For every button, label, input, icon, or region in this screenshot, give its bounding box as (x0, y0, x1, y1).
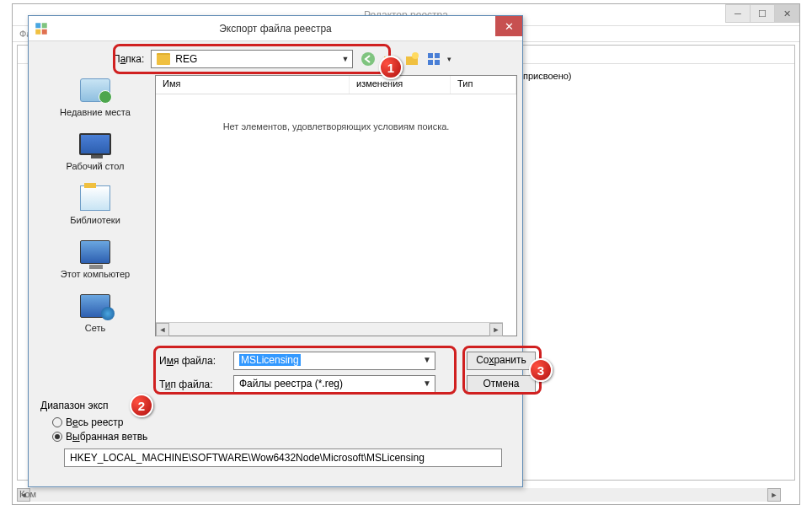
radio-icon (52, 417, 62, 427)
save-button[interactable]: Сохранить (467, 352, 536, 370)
filename-value: MSLicensing (239, 354, 301, 366)
folder-row: Папка: REG ▼ ▾ (113, 50, 451, 68)
svg-point-4 (361, 52, 375, 66)
bg-hscrollbar[interactable]: ◄ ► (17, 488, 781, 502)
svg-rect-11 (435, 60, 440, 65)
bg-close-button[interactable]: ✕ (774, 4, 799, 23)
place-recent[interactable]: Недавние места (37, 75, 153, 117)
bg-minimize-button[interactable]: ─ (725, 4, 751, 23)
dlg-titlebar: Экспорт файла реестра ✕ (29, 16, 522, 41)
place-label: Недавние места (60, 107, 131, 117)
file-list-header: Имя изменения Тип (156, 76, 516, 94)
place-label: Сеть (85, 323, 105, 333)
place-label: Библиотеки (70, 215, 120, 225)
file-hscrollbar[interactable]: ◄ ► (156, 322, 503, 336)
dialog-buttons: Сохранить Отмена (467, 352, 536, 394)
bg-maximize-button[interactable]: ☐ (750, 4, 775, 23)
place-this-pc[interactable]: Этот компьютер (37, 237, 153, 279)
scroll-left-icon[interactable]: ◄ (156, 323, 169, 336)
export-dialog: Экспорт файла реестра ✕ Папка: REG ▼ ▾ Н… (28, 15, 523, 487)
chevron-down-icon[interactable]: ▼ (423, 355, 431, 364)
up-folder-icon[interactable] (382, 51, 398, 67)
place-desktop[interactable]: Рабочий стол (37, 129, 153, 171)
svg-rect-1 (42, 23, 47, 28)
radio-checked-icon (52, 432, 62, 442)
radio-selected-branch[interactable]: Выбранная ветвь (52, 431, 510, 443)
view-dropdown-icon[interactable]: ▾ (447, 55, 451, 63)
range-title: Диапазон эксп (40, 400, 510, 411)
network-icon (80, 294, 110, 318)
filetype-label: Тип файла: (159, 379, 233, 390)
place-label: Этот компьютер (61, 269, 130, 279)
back-icon[interactable] (360, 51, 377, 67)
scroll-right-icon[interactable]: ► (489, 323, 503, 336)
folder-toolbar: ▾ (360, 51, 451, 67)
places-bar: Недавние места Рабочий стол Библиотеки Э… (37, 75, 153, 345)
empty-message: Нет элементов, удовлетворяющих условиям … (156, 121, 516, 132)
svg-rect-9 (435, 53, 440, 58)
export-range-group: Диапазон эксп Весь реестр Выбранная ветв… (40, 400, 510, 467)
svg-rect-3 (42, 30, 47, 35)
col-date[interactable]: изменения (350, 76, 451, 94)
regedit-icon (34, 21, 49, 36)
svg-rect-10 (428, 60, 433, 65)
filetype-value: Файлы реестра (*.reg) (239, 378, 343, 389)
dlg-close-button[interactable]: ✕ (495, 16, 522, 36)
svg-rect-8 (428, 53, 433, 58)
radio-all-registry[interactable]: Весь реестр (52, 416, 510, 428)
recent-places-icon (80, 78, 110, 102)
svg-rect-0 (35, 23, 40, 28)
bg-scroll-right-icon[interactable]: ► (767, 488, 781, 502)
new-folder-icon[interactable] (403, 51, 420, 67)
svg-point-7 (412, 52, 419, 59)
chevron-down-icon[interactable]: ▼ (423, 379, 431, 388)
folder-combo[interactable]: REG ▼ (151, 50, 353, 68)
folder-combo-value: REG (175, 53, 197, 65)
place-network[interactable]: Сеть (37, 291, 153, 333)
svg-rect-2 (35, 30, 40, 35)
file-form: Имя файла: MSLicensing ▼ Тип файла: Файл… (159, 352, 435, 399)
col-type[interactable]: Тип (451, 76, 516, 94)
filetype-select[interactable]: Файлы реестра (*.reg) ▼ (233, 375, 435, 394)
place-libraries[interactable]: Библиотеки (37, 183, 153, 225)
dlg-title: Экспорт файла реестра (219, 23, 332, 35)
file-list[interactable]: Имя изменения Тип Нет элементов, удовлет… (155, 75, 517, 336)
place-label: Рабочий стол (66, 161, 124, 171)
filename-label: Имя файла: (159, 355, 233, 367)
bg-statusbar: Ком (13, 486, 43, 504)
libraries-icon (80, 185, 110, 211)
branch-path-input[interactable] (64, 448, 502, 467)
filename-input[interactable]: MSLicensing ▼ (233, 352, 435, 370)
desktop-icon (79, 133, 111, 155)
folder-label: Папка: (113, 53, 144, 65)
bg-window-controls: ─ ☐ ✕ (726, 4, 799, 23)
cancel-button[interactable]: Отмена (467, 375, 536, 394)
computer-icon (80, 240, 110, 264)
col-name[interactable]: Имя (156, 76, 350, 94)
chevron-down-icon: ▼ (341, 55, 349, 63)
folder-icon (157, 53, 170, 65)
view-icon[interactable] (425, 51, 442, 67)
